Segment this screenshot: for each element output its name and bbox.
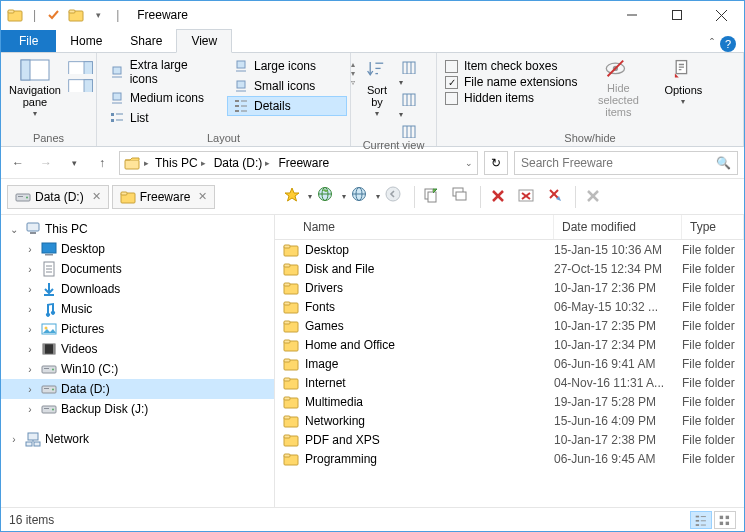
- sort-by-button[interactable]: Sort by ▾: [357, 56, 397, 121]
- breadcrumb-dropdown-icon[interactable]: ⌄: [465, 158, 473, 168]
- help-icon[interactable]: ?: [720, 36, 736, 52]
- expand-icon[interactable]: ⌄: [7, 224, 21, 235]
- tree-item[interactable]: ›Documents: [1, 259, 274, 279]
- expand-icon[interactable]: ›: [23, 344, 37, 355]
- file-row[interactable]: Programming06-Jun-16 9:45 AMFile folder: [275, 449, 744, 468]
- view-small-icons[interactable]: Small icons: [227, 76, 347, 96]
- column-type[interactable]: Type: [682, 215, 744, 239]
- close-others-button[interactable]: [544, 184, 570, 210]
- file-row[interactable]: Games10-Jan-17 2:35 PMFile folder: [275, 316, 744, 335]
- tree-item[interactable]: ⌄This PC: [1, 219, 274, 239]
- expand-icon[interactable]: ›: [23, 264, 37, 275]
- file-row[interactable]: Fonts06-May-15 10:32 ...File folder: [275, 297, 744, 316]
- close-button[interactable]: [699, 1, 744, 29]
- qat-properties-icon[interactable]: [46, 7, 62, 23]
- column-name[interactable]: Name: [275, 215, 554, 239]
- new-window-button[interactable]: [449, 184, 475, 210]
- expand-icon[interactable]: ›: [23, 364, 37, 375]
- navigation-pane-button[interactable]: Navigation pane ▾: [7, 56, 63, 121]
- tree-item[interactable]: ›Pictures: [1, 319, 274, 339]
- minimize-button[interactable]: [609, 1, 654, 29]
- view-details[interactable]: Details: [227, 96, 347, 116]
- tree-item[interactable]: ›Music: [1, 299, 274, 319]
- tree-item[interactable]: ›Videos: [1, 339, 274, 359]
- tab-view[interactable]: View: [176, 29, 232, 53]
- options-button[interactable]: Options ▾: [657, 56, 709, 109]
- file-row[interactable]: PDF and XPS10-Jan-17 2:38 PMFile folder: [275, 430, 744, 449]
- view-large-icons[interactable]: Large icons: [227, 56, 347, 76]
- session-dropdown[interactable]: ▾: [376, 192, 380, 201]
- close-all-tabs-button[interactable]: [515, 184, 541, 210]
- close-icon[interactable]: ✕: [92, 190, 101, 203]
- nav-up-button[interactable]: ↑: [91, 152, 113, 174]
- nav-back-button[interactable]: ←: [7, 152, 29, 174]
- location-tab[interactable]: Freeware✕: [112, 185, 216, 209]
- tree-item[interactable]: ›Desktop: [1, 239, 274, 259]
- view-mode-icons-button[interactable]: [714, 511, 736, 529]
- file-row[interactable]: Image06-Jun-16 9:41 AMFile folder: [275, 354, 744, 373]
- hidden-items-toggle[interactable]: Hidden items: [443, 90, 579, 106]
- file-rows[interactable]: Desktop15-Jan-15 10:36 AMFile folderDisk…: [275, 240, 744, 507]
- column-headers[interactable]: Name Date modified Type: [275, 215, 744, 240]
- tree-item[interactable]: ›Win10 (C:): [1, 359, 274, 379]
- group-by-button[interactable]: ▾: [401, 60, 417, 88]
- expand-icon[interactable]: ›: [23, 244, 37, 255]
- tree-item[interactable]: ›Downloads: [1, 279, 274, 299]
- file-date: 10-Jan-17 2:38 PM: [554, 433, 682, 447]
- tab-file[interactable]: File: [1, 30, 56, 52]
- favorites-button[interactable]: [281, 184, 307, 210]
- copy-path-button[interactable]: [420, 184, 446, 210]
- tree-item[interactable]: ›Backup Disk (J:): [1, 399, 274, 419]
- expand-icon[interactable]: ›: [23, 384, 37, 395]
- search-input[interactable]: Search Freeware 🔍: [514, 151, 738, 175]
- favorites-dropdown[interactable]: ▾: [308, 192, 312, 201]
- tree-item[interactable]: ›Network: [1, 429, 274, 449]
- view-extra-large-icons[interactable]: Extra large icons: [103, 56, 223, 88]
- history-globe-button[interactable]: [315, 184, 341, 210]
- close-tab-button[interactable]: [486, 184, 512, 210]
- nav-recent-button[interactable]: ▾: [63, 152, 85, 174]
- file-row[interactable]: Drivers10-Jan-17 2:36 PMFile folder: [275, 278, 744, 297]
- qat-dropdown-icon[interactable]: ▾: [90, 7, 106, 23]
- expand-icon[interactable]: ›: [23, 324, 37, 335]
- file-row[interactable]: Multimedia19-Jan-17 5:28 PMFile folder: [275, 392, 744, 411]
- nav-tree[interactable]: ⌄This PC›Desktop›Documents›Downloads›Mus…: [1, 215, 275, 507]
- close-icon[interactable]: ✕: [198, 190, 207, 203]
- folder-icon: [283, 394, 299, 410]
- expand-icon[interactable]: ›: [7, 434, 21, 445]
- view-medium-icons[interactable]: Medium icons: [103, 88, 223, 108]
- view-mode-details-button[interactable]: [690, 511, 712, 529]
- expand-icon[interactable]: ›: [23, 404, 37, 415]
- breadcrumb-box[interactable]: ▸ This PC▸ Data (D:)▸ Freeware ⌄: [119, 151, 478, 175]
- expand-icon[interactable]: ›: [23, 304, 37, 315]
- size-columns-button[interactable]: [401, 124, 417, 138]
- nav-back-circle-button[interactable]: [383, 184, 409, 210]
- file-row[interactable]: Internet04-Nov-16 11:31 A...File folder: [275, 373, 744, 392]
- nav-forward-button[interactable]: →: [35, 152, 57, 174]
- file-row[interactable]: Networking15-Jun-16 4:09 PMFile folder: [275, 411, 744, 430]
- tab-share[interactable]: Share: [116, 30, 176, 52]
- session-globe-button[interactable]: [349, 184, 375, 210]
- location-tab[interactable]: Data (D:)✕: [7, 185, 109, 209]
- view-list[interactable]: List: [103, 108, 223, 128]
- qat-newfolder-icon[interactable]: [68, 7, 84, 23]
- expand-icon[interactable]: ›: [23, 284, 37, 295]
- file-row[interactable]: Disk and File27-Oct-15 12:34 PMFile fold…: [275, 259, 744, 278]
- tab-home[interactable]: Home: [56, 30, 116, 52]
- refresh-button[interactable]: ↻: [484, 151, 508, 175]
- details-pane-button[interactable]: [67, 78, 97, 92]
- hide-selected-button[interactable]: Hide selected items: [583, 56, 653, 120]
- file-row[interactable]: Desktop15-Jan-15 10:36 AMFile folder: [275, 240, 744, 259]
- file-row[interactable]: Home and Office10-Jan-17 2:34 PMFile fol…: [275, 335, 744, 354]
- history-dropdown[interactable]: ▾: [342, 192, 346, 201]
- breadcrumb-item: Data (D:)▸: [212, 156, 273, 170]
- file-extensions-toggle[interactable]: ✓File name extensions: [443, 74, 579, 90]
- item-checkboxes-toggle[interactable]: Item check boxes: [443, 58, 579, 74]
- search-icon[interactable]: 🔍: [716, 156, 731, 170]
- add-columns-button[interactable]: ▾: [401, 92, 417, 120]
- maximize-button[interactable]: [654, 1, 699, 29]
- column-date[interactable]: Date modified: [554, 215, 682, 239]
- preview-pane-button[interactable]: [67, 60, 97, 74]
- collapse-ribbon-icon[interactable]: ˆ: [710, 37, 714, 51]
- tree-item[interactable]: ›Data (D:): [1, 379, 274, 399]
